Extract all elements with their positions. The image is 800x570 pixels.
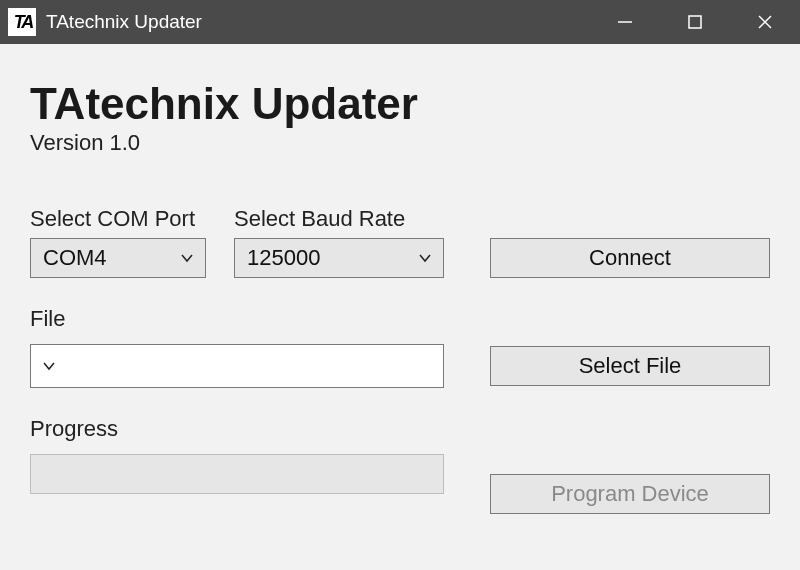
com-port-value: COM4 bbox=[43, 245, 179, 271]
progress-bar bbox=[30, 454, 444, 494]
row-progress: Program Device bbox=[30, 454, 770, 514]
close-icon bbox=[756, 13, 774, 31]
version-label: Version 1.0 bbox=[30, 130, 770, 156]
chevron-down-icon bbox=[179, 250, 195, 266]
com-port-select[interactable]: COM4 bbox=[30, 238, 206, 278]
file-group: File bbox=[30, 306, 770, 338]
baud-rate-value: 125000 bbox=[247, 245, 417, 271]
app-icon: TA bbox=[8, 8, 36, 36]
program-device-button-label: Program Device bbox=[551, 481, 709, 507]
close-button[interactable] bbox=[730, 0, 800, 44]
chevron-down-icon bbox=[417, 250, 433, 266]
content: TAtechnix Updater Version 1.0 Select COM… bbox=[0, 44, 800, 570]
select-file-button-label: Select File bbox=[579, 353, 682, 379]
minimize-icon bbox=[616, 13, 634, 31]
file-label: File bbox=[30, 306, 770, 332]
progress-group: Progress bbox=[30, 416, 770, 448]
window-title: TAtechnix Updater bbox=[46, 11, 202, 33]
maximize-button[interactable] bbox=[660, 0, 730, 44]
row-file: Select File bbox=[30, 344, 770, 388]
file-select[interactable] bbox=[30, 344, 444, 388]
com-port-label: Select COM Port bbox=[30, 206, 206, 232]
chevron-down-icon bbox=[41, 358, 57, 374]
select-file-button[interactable]: Select File bbox=[490, 346, 770, 386]
baud-rate-label: Select Baud Rate bbox=[234, 206, 444, 232]
minimize-button[interactable] bbox=[590, 0, 660, 44]
svg-rect-1 bbox=[689, 16, 701, 28]
connect-button-label: Connect bbox=[589, 245, 671, 271]
page-title: TAtechnix Updater bbox=[30, 80, 770, 128]
maximize-icon bbox=[687, 14, 703, 30]
program-device-button[interactable]: Program Device bbox=[490, 474, 770, 514]
baud-rate-group: Select Baud Rate 125000 bbox=[234, 206, 444, 278]
row-connection: Select COM Port COM4 Select Baud Rate 12… bbox=[30, 206, 770, 278]
baud-rate-select[interactable]: 125000 bbox=[234, 238, 444, 278]
titlebar: TA TAtechnix Updater bbox=[0, 0, 800, 44]
com-port-group: Select COM Port COM4 bbox=[30, 206, 206, 278]
progress-label: Progress bbox=[30, 416, 770, 442]
connect-button[interactable]: Connect bbox=[490, 238, 770, 278]
